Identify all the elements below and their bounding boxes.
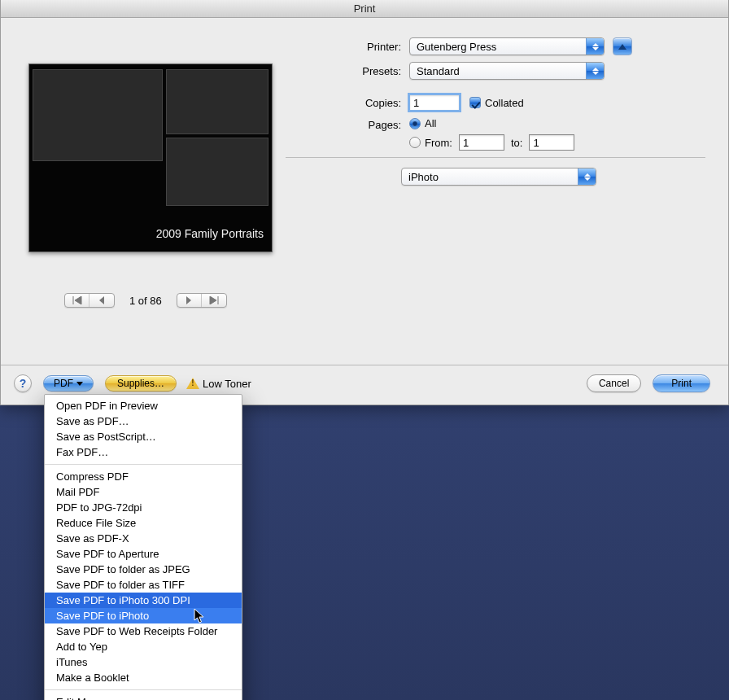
window-title-text: Print — [354, 2, 376, 15]
pdf-menu-item[interactable]: Save PDF to iPhoto 300 DPI — [45, 593, 242, 608]
preview-photo — [166, 69, 268, 134]
pdf-menu-item[interactable]: Save PDF to Aperture — [45, 546, 242, 562]
warning-icon — [186, 378, 199, 389]
pdf-menu-item[interactable]: Mail PDF — [45, 484, 242, 500]
preview-pager: 1 of 86 — [64, 293, 227, 308]
prev-page-button[interactable] — [89, 294, 114, 307]
pdf-menu-item[interactable]: Save as PDF… — [45, 413, 242, 429]
chevron-left-icon — [98, 296, 106, 304]
pdf-menu-item[interactable]: Reduce File Size — [45, 515, 242, 531]
collapse-details-button[interactable] — [613, 37, 632, 55]
collated-label: Collated — [485, 97, 524, 109]
printer-selected: Gutenberg Press — [417, 41, 496, 53]
pages-all-label: All — [425, 117, 436, 129]
pdf-menu-item[interactable]: PDF to JPG-72dpi — [45, 500, 242, 515]
supplies-button[interactable]: Supplies… — [105, 375, 177, 392]
pages-all-radio[interactable] — [409, 118, 421, 129]
pdf-menu-item[interactable]: Add to Yep — [45, 639, 242, 654]
pages-label: Pages: — [286, 117, 401, 131]
preview-photo — [166, 138, 268, 206]
skip-first-icon — [72, 296, 82, 304]
pane-selected: iPhoto — [408, 171, 439, 183]
help-icon: ? — [20, 377, 27, 390]
pdf-menu-item[interactable]: Save PDF to folder as JPEG — [45, 562, 242, 577]
cancel-button[interactable]: Cancel — [587, 374, 641, 392]
footer-separator — [1, 365, 728, 365]
pdf-menu-item[interactable]: Fax PDF… — [45, 444, 242, 460]
supplies-label: Supplies… — [117, 378, 164, 389]
pager-back-segment[interactable] — [64, 293, 115, 308]
presets-label: Presets: — [286, 65, 401, 77]
pages-from-radio[interactable] — [409, 137, 421, 148]
presets-selected: Standard — [417, 65, 460, 77]
menu-separator — [45, 464, 242, 465]
pdf-menu-item[interactable]: Compress PDF — [45, 469, 242, 484]
print-preview: 2009 Family Portraits — [28, 63, 274, 252]
mouse-cursor-icon — [194, 608, 205, 624]
print-label: Print — [671, 378, 692, 389]
pages-from-label: From: — [425, 137, 452, 149]
window-title: Print — [1, 0, 728, 18]
pdf-dropdown-menu[interactable]: Open PDF in PreviewSave as PDF…Save as P… — [44, 394, 242, 700]
copies-field[interactable] — [409, 94, 460, 111]
pages-from-field[interactable] — [459, 134, 504, 151]
pdf-menu-item[interactable]: Save as PDF-X — [45, 531, 242, 546]
preview-page: 2009 Family Portraits — [28, 63, 273, 252]
help-button[interactable]: ? — [14, 374, 32, 392]
pane-popup[interactable]: iPhoto — [401, 168, 596, 186]
first-page-button[interactable] — [65, 294, 89, 307]
pages-to-field[interactable] — [529, 134, 574, 151]
menu-separator — [45, 689, 242, 690]
next-page-button[interactable] — [177, 294, 202, 307]
triangle-up-icon — [618, 44, 626, 50]
pdf-menu-item[interactable]: Save PDF to Web Receipts Folder — [45, 623, 242, 639]
print-dialog: Print 2009 Family Portraits 1 of 86 — [0, 0, 729, 405]
popup-arrows-icon — [586, 38, 604, 55]
separator — [286, 157, 705, 158]
skip-last-icon — [209, 296, 219, 304]
pdf-menu-item[interactable]: Save PDF to iPhoto — [45, 608, 242, 623]
pdf-menu-button[interactable]: PDF — [43, 375, 94, 392]
pager-forward-segment[interactable] — [177, 293, 227, 308]
pdf-menu-label: PDF — [54, 378, 73, 389]
pdf-menu-item[interactable]: Edit Menu… — [45, 694, 242, 700]
chevron-right-icon — [185, 296, 193, 304]
preview-photo — [33, 69, 163, 161]
printer-popup[interactable]: Gutenberg Press — [409, 37, 605, 55]
printer-label: Printer: — [286, 41, 401, 53]
last-page-button[interactable] — [202, 294, 226, 307]
pdf-menu-item[interactable]: Save PDF to folder as TIFF — [45, 577, 242, 593]
presets-popup[interactable]: Standard — [409, 62, 605, 80]
pages-to-label: to: — [511, 137, 522, 149]
pdf-menu-item[interactable]: Open PDF in Preview — [45, 398, 242, 413]
popup-arrows-icon — [586, 63, 604, 79]
copies-label: Copies: — [286, 97, 401, 109]
triangle-down-icon — [76, 382, 83, 386]
preview-caption: 2009 Family Portraits — [156, 227, 264, 240]
popup-arrows-icon — [578, 168, 596, 185]
pdf-menu-item[interactable]: Make a Booklet — [45, 670, 242, 685]
pdf-menu-item[interactable]: Save as PostScript… — [45, 429, 242, 444]
page-indicator: 1 of 86 — [129, 295, 162, 307]
collated-checkbox[interactable] — [469, 97, 481, 108]
cancel-label: Cancel — [599, 378, 629, 389]
low-toner-label: Low Toner — [203, 378, 251, 390]
pdf-menu-item[interactable]: iTunes — [45, 654, 242, 670]
print-button[interactable]: Print — [653, 374, 710, 392]
